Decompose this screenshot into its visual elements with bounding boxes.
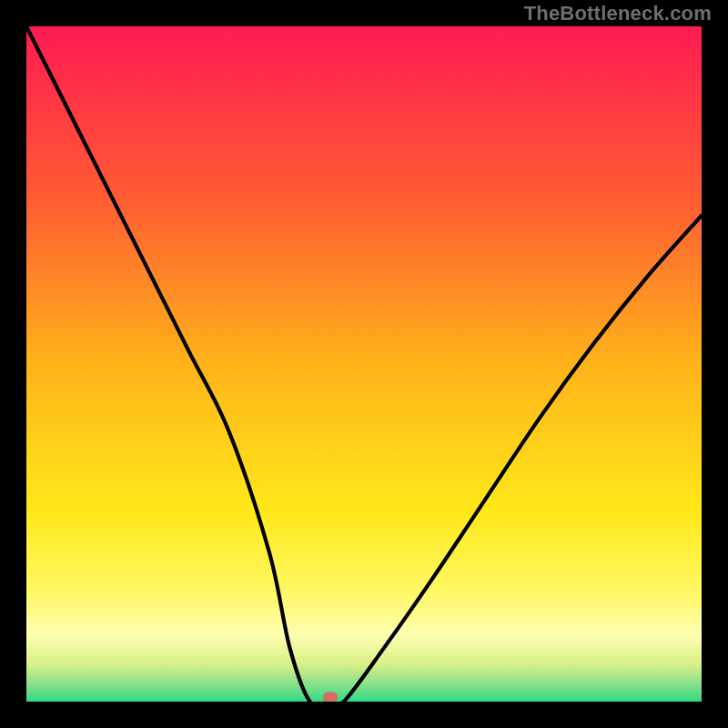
optimal-point-marker — [323, 693, 338, 703]
watermark-text: TheBottleneck.com — [524, 2, 712, 25]
bottleneck-curve — [26, 26, 702, 702]
plot-area — [26, 26, 702, 702]
chart-stage: TheBottleneck.com — [0, 0, 728, 728]
